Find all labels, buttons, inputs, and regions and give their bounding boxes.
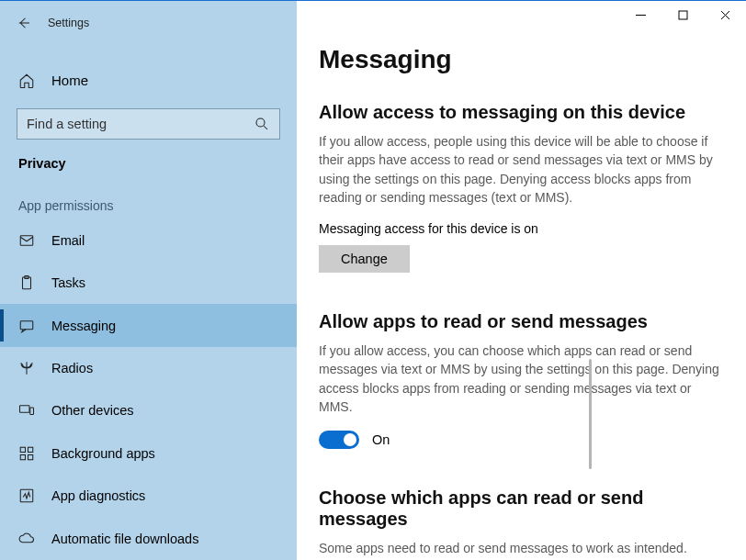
devices-icon: [18, 402, 35, 419]
grid-icon: [18, 445, 35, 462]
svg-rect-10: [28, 454, 33, 459]
apps-access-toggle[interactable]: [319, 431, 359, 449]
sidebar-item-label: Messaging: [51, 319, 116, 333]
sidebar-item-messaging[interactable]: Messaging: [0, 304, 297, 346]
sidebar-group-label: App permissions: [0, 176, 297, 218]
section-title: Allow apps to read or send messages: [319, 311, 724, 332]
section-apps-access: Allow apps to read or send messages If y…: [319, 311, 724, 449]
cloud-icon: [18, 531, 35, 547]
back-button[interactable]: [6, 8, 42, 38]
section-title: Choose which apps can read or send messa…: [319, 487, 724, 530]
sidebar-item-label: Tasks: [51, 275, 85, 290]
chat-icon: [18, 318, 35, 334]
search-box[interactable]: [17, 108, 280, 140]
svg-rect-7: [20, 447, 25, 452]
svg-rect-5: [20, 406, 30, 413]
home-icon: [18, 73, 35, 89]
sidebar-category: Privacy: [0, 140, 297, 176]
sidebar-item-label: Other devices: [51, 403, 133, 418]
search-input[interactable]: [27, 117, 246, 131]
svg-rect-11: [20, 490, 33, 503]
sidebar-item-radios[interactable]: Radios: [0, 347, 297, 389]
sidebar: Settings Home Privacy App permissions Em…: [0, 1, 297, 560]
sidebar-item-automatic-file-downloads[interactable]: Automatic file downloads: [0, 518, 297, 560]
antenna-icon: [18, 360, 35, 376]
section-description: If you allow access, people using this d…: [319, 132, 723, 207]
app-title: Settings: [48, 17, 89, 29]
sidebar-item-background-apps[interactable]: Background apps: [0, 432, 297, 475]
section-title: Allow access to messaging on this device: [319, 102, 724, 123]
sidebar-item-app-diagnostics[interactable]: App diagnostics: [0, 475, 297, 517]
svg-point-0: [256, 118, 265, 127]
access-status: Messaging access for this device is on: [319, 221, 724, 236]
svg-rect-1: [20, 235, 33, 245]
section-choose-apps: Choose which apps can read or send messa…: [319, 487, 724, 560]
sidebar-home[interactable]: Home: [0, 56, 297, 105]
sidebar-item-label: Radios: [51, 361, 93, 375]
sidebar-item-label: Background apps: [51, 446, 155, 461]
section-device-access: Allow access to messaging on this device…: [319, 102, 724, 273]
toggle-state-label: On: [372, 432, 390, 447]
content-pane: Messaging Allow access to messaging on t…: [297, 1, 746, 560]
page-title: Messaging: [319, 45, 724, 74]
sidebar-item-label: Automatic file downloads: [51, 532, 198, 546]
svg-rect-6: [30, 408, 34, 415]
search-icon: [254, 116, 270, 132]
mail-icon: [18, 232, 35, 249]
sidebar-home-label: Home: [51, 73, 88, 88]
svg-rect-4: [20, 320, 33, 329]
svg-rect-12: [679, 11, 687, 19]
change-button[interactable]: Change: [319, 245, 410, 273]
sidebar-item-label: Email: [51, 233, 85, 248]
section-description: If you allow access, you can choose whic…: [319, 342, 723, 416]
section-description: Some apps need to read or send messages …: [319, 539, 723, 560]
maximize-button[interactable]: [661, 1, 704, 28]
close-button[interactable]: [704, 1, 746, 28]
arrow-left-icon: [16, 15, 32, 31]
svg-rect-8: [28, 447, 33, 452]
scrollbar-thumb[interactable]: [589, 359, 592, 469]
sidebar-item-label: App diagnostics: [51, 488, 145, 503]
sidebar-item-email[interactable]: Email: [0, 218, 297, 261]
sidebar-item-other-devices[interactable]: Other devices: [0, 389, 297, 431]
diagnostics-icon: [18, 487, 35, 504]
clipboard-icon: [18, 274, 35, 291]
svg-rect-9: [20, 454, 25, 459]
minimize-button[interactable]: [619, 1, 661, 28]
sidebar-item-tasks[interactable]: Tasks: [0, 262, 297, 304]
